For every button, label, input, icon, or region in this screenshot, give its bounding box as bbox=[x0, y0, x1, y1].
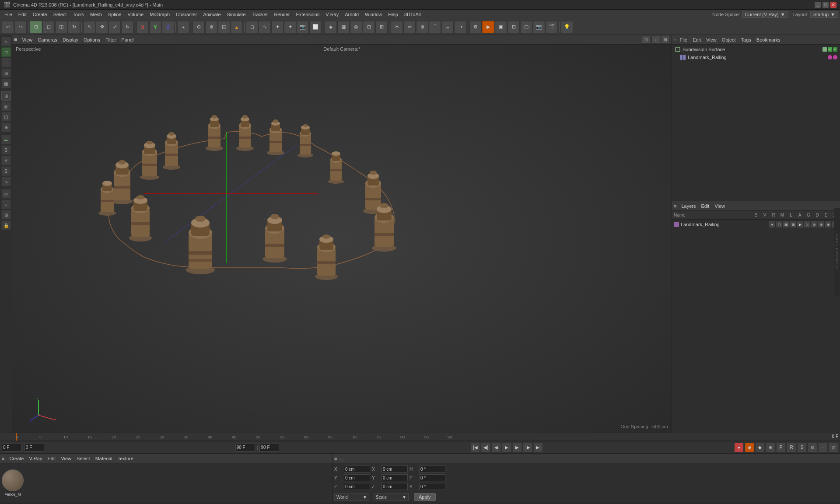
vp-hamburger-icon[interactable]: ≡ bbox=[14, 36, 18, 43]
layer-box-btn[interactable]: ◻ bbox=[776, 221, 782, 228]
attr-hamburger-icon[interactable]: ≡ bbox=[334, 456, 337, 461]
obj-menu-bookmarks[interactable]: Bookmarks bbox=[754, 36, 783, 43]
menu-animate[interactable]: Animate bbox=[200, 11, 223, 18]
sidebar-tool-grid[interactable]: ⊞ bbox=[1, 210, 11, 220]
menu-edit[interactable]: Edit bbox=[16, 11, 29, 18]
material-item-fence[interactable]: Fence_M bbox=[2, 469, 24, 497]
sidebar-tool-circle[interactable]: ○ bbox=[1, 200, 11, 209]
render-options-button[interactable]: ⊟ bbox=[508, 21, 520, 33]
light-button[interactable]: ✦ bbox=[284, 21, 296, 33]
render-anim-button[interactable]: 🎬 bbox=[546, 21, 558, 33]
sidebar-workplane[interactable]: ▬ bbox=[1, 135, 11, 144]
tl-key-button[interactable]: ◆ bbox=[755, 443, 765, 452]
mat-menu-select[interactable]: Select bbox=[74, 455, 92, 462]
attr-world-dropdown[interactable]: World ▼ bbox=[334, 493, 369, 501]
cube-button[interactable]: ◻ bbox=[246, 21, 258, 33]
timeline-current-input[interactable] bbox=[24, 444, 44, 452]
mat-menu-texture[interactable]: Texture bbox=[116, 455, 136, 462]
move-tool-button[interactable]: ✥ bbox=[96, 21, 108, 33]
magnet-button[interactable]: ⊛ bbox=[416, 21, 428, 33]
attr-x-input[interactable] bbox=[344, 466, 370, 472]
maximize-button[interactable]: □ bbox=[822, 2, 829, 8]
layers-menu-layers[interactable]: Layers bbox=[679, 203, 698, 210]
sidebar-tool-s1[interactable]: S bbox=[1, 145, 11, 155]
tl-scale-btn[interactable]: S bbox=[797, 443, 807, 452]
vp-menu-options[interactable]: Options bbox=[81, 36, 102, 43]
sidebar-select[interactable]: ↖ bbox=[1, 37, 11, 46]
mat-menu-vray[interactable]: V-Ray bbox=[27, 455, 44, 462]
sidebar-axis[interactable]: ⊕ bbox=[1, 122, 11, 132]
deform-button[interactable]: ∿ bbox=[259, 21, 271, 33]
vp-menu-cameras[interactable]: Cameras bbox=[35, 36, 60, 43]
sidebar-tool-curve[interactable]: ∿ bbox=[1, 177, 11, 186]
close-button[interactable]: ✕ bbox=[830, 2, 836, 8]
tl-record-button[interactable]: ● bbox=[734, 443, 744, 452]
tl-next-frame-button[interactable]: ▶ bbox=[512, 443, 522, 452]
sidebar-mode-obj[interactable]: ◻ bbox=[1, 47, 11, 57]
obj-menu-edit[interactable]: Edit bbox=[690, 36, 703, 43]
menu-tools[interactable]: Tools bbox=[70, 11, 87, 18]
minimize-button[interactable]: _ bbox=[815, 2, 821, 8]
menu-simulate[interactable]: Simulate bbox=[224, 11, 248, 18]
menu-volume[interactable]: Volume bbox=[125, 11, 146, 18]
attr-scale-dropdown[interactable]: Scale ▼ bbox=[374, 493, 409, 501]
timeline-max-input[interactable] bbox=[235, 444, 255, 452]
layer-solo-btn[interactable]: ● bbox=[769, 221, 775, 228]
knife-button[interactable]: ✂ bbox=[391, 21, 403, 33]
floor-button[interactable]: ⬜ bbox=[309, 21, 322, 33]
texture-button[interactable]: ▦ bbox=[337, 21, 350, 33]
menu-spline[interactable]: Spline bbox=[105, 11, 124, 18]
obj-hamburger-icon[interactable]: ≡ bbox=[674, 37, 676, 42]
obj-menu-tags[interactable]: Tags bbox=[739, 36, 753, 43]
timeline-start-input[interactable] bbox=[2, 444, 21, 452]
tl-motion-button[interactable]: ⊕ bbox=[766, 443, 775, 452]
attr-p-input[interactable] bbox=[419, 474, 445, 481]
vp-menu-view[interactable]: View bbox=[20, 36, 35, 43]
sidebar-tool-s3[interactable]: S bbox=[1, 166, 11, 176]
live-select-button[interactable]: ⊛ bbox=[205, 21, 217, 33]
axis-z-button[interactable]: Z bbox=[162, 21, 174, 33]
menu-mograph[interactable]: MoGraph bbox=[147, 11, 172, 18]
axis-x-button[interactable]: X bbox=[136, 21, 149, 33]
menu-tracker[interactable]: Tracker bbox=[249, 11, 271, 18]
material-button[interactable]: ◈ bbox=[325, 21, 337, 33]
select-tool-button[interactable]: ↖ bbox=[83, 21, 95, 33]
menu-help[interactable]: Help bbox=[385, 11, 401, 18]
layer-exprs-btn[interactable]: ⊕ bbox=[825, 221, 831, 228]
title-bar-controls[interactable]: _ □ ✕ bbox=[815, 2, 836, 8]
attr-h-input[interactable] bbox=[419, 466, 445, 472]
node-space-dropdown[interactable]: Current (V-Ray) ▼ bbox=[742, 11, 788, 18]
attr-apply-button[interactable]: Apply bbox=[414, 493, 436, 501]
menu-create[interactable]: Create bbox=[30, 11, 50, 18]
texture-mode-button[interactable]: ◫ bbox=[55, 21, 67, 33]
obj-item-subdivision[interactable]: Subdivision Surface ✓ ✓ bbox=[673, 46, 839, 53]
mat-menu-material[interactable]: Material bbox=[93, 455, 115, 462]
layer-item-landmark-railing[interactable]: Landmark_Railing ● ◻ ▦ ⊞ ▶ ▷ ⊙ ⊛ ⊕ ✕ bbox=[673, 220, 839, 228]
tl-sel-button[interactable]: ◎ bbox=[829, 443, 838, 452]
vp-frame-button[interactable]: ↓ bbox=[651, 36, 660, 44]
vp-menu-filter[interactable]: Filter bbox=[103, 36, 118, 43]
workplane-button[interactable]: ⊟ bbox=[363, 21, 375, 33]
menu-render[interactable]: Render bbox=[271, 11, 292, 18]
sidebar-tool-s2[interactable]: S bbox=[1, 156, 11, 165]
render-settings-button[interactable]: ⚙ bbox=[469, 21, 482, 33]
attr-y-input[interactable] bbox=[344, 474, 370, 481]
undo-button[interactable]: ↩ bbox=[2, 21, 14, 33]
tl-goto-end-button[interactable]: ▶| bbox=[533, 443, 543, 452]
tl-param-button[interactable]: ⊙ bbox=[808, 443, 817, 452]
menu-window[interactable]: Window bbox=[362, 11, 385, 18]
material-preview-fence[interactable] bbox=[2, 469, 24, 491]
tl-prev-key-button[interactable]: ◀| bbox=[481, 443, 490, 452]
layer-anim-btn[interactable]: ▷ bbox=[804, 221, 810, 228]
menu-3dtoall[interactable]: 3DToAll bbox=[402, 11, 424, 18]
layer-wire-btn[interactable]: ▦ bbox=[783, 221, 789, 228]
layout-dropdown[interactable]: Startup ▼ bbox=[810, 11, 838, 18]
tl-rot-button[interactable]: R bbox=[787, 443, 796, 452]
menu-arnold[interactable]: Arnold bbox=[342, 11, 361, 18]
obj-menu-view[interactable]: View bbox=[704, 36, 719, 43]
menu-file[interactable]: File bbox=[2, 11, 15, 18]
timeline-end-input[interactable] bbox=[259, 444, 279, 452]
render-to-picture-button[interactable]: 📷 bbox=[533, 21, 545, 33]
bone-button[interactable]: ⊸ bbox=[454, 21, 466, 33]
attr-z2-input[interactable] bbox=[382, 483, 408, 490]
